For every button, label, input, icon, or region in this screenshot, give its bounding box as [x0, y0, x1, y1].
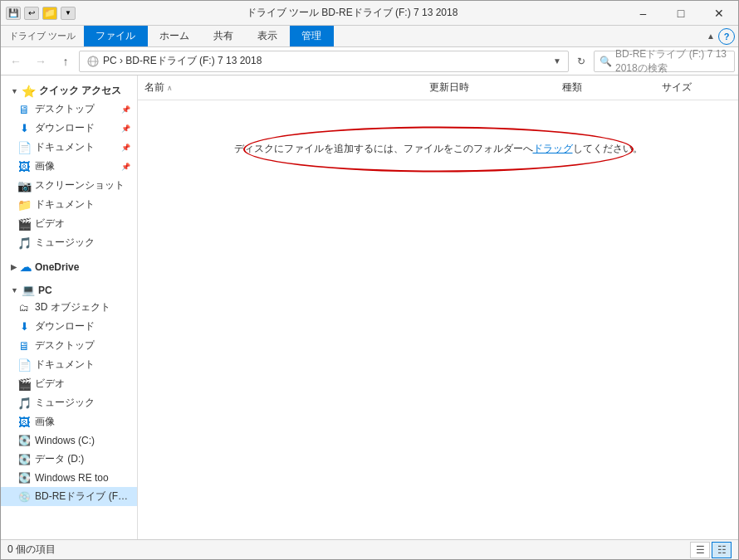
pin-icon-3: 📌 — [121, 144, 130, 152]
sidebar-label-image-pc: 画像 — [35, 415, 55, 429]
sidebar-item-image-pc[interactable]: 🖼 画像 — [1, 412, 137, 431]
download-pc-icon: ⬇ — [17, 320, 31, 334]
drive-re-icon: 💽 — [17, 471, 31, 485]
sidebar-item-desktop-quick[interactable]: 🖥 デスクトップ 📌 — [1, 100, 137, 119]
sidebar-item-bdre[interactable]: 💿 BD-REドライブ (F:… — [1, 487, 137, 506]
sidebar-section-quick-access[interactable]: ▼ ⭐ クイック アクセス — [1, 79, 137, 100]
image-icon: 🖼 — [17, 160, 31, 173]
sidebar-item-music-pc[interactable]: 🎵 ミュージック — [1, 393, 137, 412]
sidebar-item-music-quick[interactable]: 🎵 ミュージック — [1, 233, 137, 252]
sidebar-item-doc-quick[interactable]: 📄 ドキュメント 📌 — [1, 138, 137, 157]
pc-icon: 💻 — [22, 284, 35, 296]
maximize-button[interactable]: □ — [662, 1, 700, 25]
image-pc-icon: 🖼 — [17, 416, 31, 429]
sidebar-item-download-pc[interactable]: ⬇ ダウンロード — [1, 317, 137, 336]
sidebar-label-download-pc: ダウンロード — [35, 319, 95, 334]
video-icon: 🎬 — [17, 217, 31, 231]
sidebar-label-3d: 3D オブジェクト — [35, 300, 110, 314]
close-button[interactable]: ✕ — [700, 1, 738, 25]
col-header-type[interactable]: 種類 — [555, 79, 655, 96]
dropdown-arrow-button[interactable]: ▼ — [61, 7, 76, 20]
quick-access-icon: ⭐ — [22, 85, 36, 98]
desktop-icon: 🖥 — [17, 103, 31, 116]
sidebar-item-windows-re[interactable]: 💽 Windows RE too — [1, 469, 137, 487]
doc-pc-icon: 📄 — [17, 358, 31, 372]
pc-label: PC — [38, 285, 52, 296]
item-count: 0 個の項目 — [7, 543, 56, 557]
sidebar: ▼ ⭐ クイック アクセス 🖥 デスクトップ 📌 ⬇ ダウンロード 📌 📄 ドキ… — [1, 75, 138, 539]
view-toggle: ☰ ☷ — [690, 542, 732, 558]
ribbon-collapse-arrow[interactable]: ▲ — [707, 32, 715, 41]
list-view-button[interactable]: ☰ — [690, 542, 710, 558]
onedrive-label: OneDrive — [35, 261, 79, 273]
sidebar-item-data-d[interactable]: 💽 データ (D:) — [1, 450, 137, 469]
sidebar-label-doc2-quick: ドキュメント — [35, 197, 95, 212]
tab-file[interactable]: ファイル — [84, 26, 148, 46]
sidebar-item-windows-c[interactable]: 💽 Windows (C:) — [1, 431, 137, 450]
expand-arrow-icon: ▼ — [11, 87, 18, 95]
sidebar-label-desktop-pc: デスクトップ — [35, 338, 95, 353]
content-body: ディスクにファイルを追加するには、ファイルをこのフォルダーへドラッグしてください… — [138, 100, 738, 539]
bd-icon: 💿 — [17, 490, 31, 504]
tab-home[interactable]: ホーム — [148, 26, 202, 46]
sidebar-section-pc[interactable]: ▼ 💻 PC — [1, 279, 137, 298]
sidebar-item-doc2-quick[interactable]: 📁 ドキュメント — [1, 195, 137, 214]
sidebar-label-data-d: データ (D:) — [35, 452, 84, 466]
tab-view[interactable]: 表示 — [246, 26, 290, 46]
ribbon-tabs: ドライブ ツール ファイル ホーム 共有 表示 管理 ▲ ? — [1, 26, 738, 47]
refresh-button[interactable]: ↻ — [570, 51, 592, 72]
undo-button[interactable]: ↩ — [24, 7, 39, 20]
onedrive-icon: ☁ — [20, 261, 32, 274]
sidebar-item-image-quick[interactable]: 🖼 画像 📌 — [1, 157, 137, 176]
sidebar-item-doc-pc[interactable]: 📄 ドキュメント — [1, 355, 137, 374]
tab-share[interactable]: 共有 — [202, 26, 246, 46]
disk-message-wrapper: ディスクにファイルを追加するには、ファイルをこのフォルダーへドラッグしてください… — [218, 134, 659, 164]
drag-link: ドラッグ — [533, 143, 573, 154]
address-path[interactable]: PC › BD-REドライブ (F:) 7 13 2018 ▼ — [79, 51, 569, 72]
forward-button[interactable]: → — [29, 51, 52, 72]
up-button[interactable]: ↑ — [54, 51, 77, 72]
sidebar-label-doc-quick: ドキュメント — [35, 140, 95, 154]
sidebar-label-bdre: BD-REドライブ (F:… — [35, 489, 130, 504]
address-dropdown-arrow[interactable]: ▼ — [553, 56, 561, 66]
col-header-date[interactable]: 更新日時 — [423, 79, 555, 96]
address-bar: ← → ↑ PC › BD-REドライブ (F:) 7 13 2018 ▼ ↻ … — [1, 47, 738, 75]
folder-icon-small: 📁 — [42, 7, 57, 20]
music-pc-icon: 🎵 — [17, 397, 31, 410]
quick-access-label: クイック アクセス — [39, 84, 121, 98]
window-controls: ‒ □ ✕ — [624, 1, 738, 25]
status-bar: 0 個の項目 ☰ ☷ — [1, 539, 738, 559]
help-button[interactable]: ? — [718, 28, 735, 45]
search-box[interactable]: 🔍 BD-REドライブ (F:) 7 13 2018の検索 — [594, 51, 735, 72]
address-text: PC › BD-REドライブ (F:) 7 13 2018 — [103, 54, 550, 68]
col-header-name[interactable]: 名前 ∧ — [138, 79, 423, 96]
sidebar-item-download-quick[interactable]: ⬇ ダウンロード 📌 — [1, 119, 137, 138]
sidebar-label-doc-pc: ドキュメント — [35, 358, 95, 372]
sidebar-section-onedrive[interactable]: ▶ ☁ OneDrive — [1, 256, 137, 275]
tab-manage[interactable]: 管理 — [290, 26, 334, 46]
music-icon: 🎵 — [17, 236, 31, 250]
title-bar-center: ドライブ ツール BD-REドライブ (F:) 7 13 2018 — [81, 1, 624, 25]
column-headers: 名前 ∧ 更新日時 種類 サイズ — [138, 75, 738, 100]
back-button[interactable]: ← — [4, 51, 27, 72]
sidebar-label-desktop-quick: デスクトップ — [35, 102, 95, 116]
main-area: ▼ ⭐ クイック アクセス 🖥 デスクトップ 📌 ⬇ ダウンロード 📌 📄 ドキ… — [1, 75, 738, 539]
detail-view-button[interactable]: ☷ — [712, 542, 732, 558]
save-button[interactable]: 💾 — [6, 7, 21, 20]
drive-d-icon: 💽 — [17, 453, 31, 466]
minimize-button[interactable]: ‒ — [624, 1, 662, 25]
sidebar-item-desktop-pc[interactable]: 🖥 デスクトップ — [1, 336, 137, 355]
pin-icon-4: 📌 — [121, 163, 130, 171]
sidebar-label-music-pc: ミュージック — [35, 396, 95, 410]
sidebar-item-video-quick[interactable]: 🎬 ビデオ — [1, 214, 137, 233]
sidebar-item-video-pc[interactable]: 🎬 ビデオ — [1, 374, 137, 393]
sidebar-label-windows-re: Windows RE too — [35, 472, 109, 484]
video-pc-icon: 🎬 — [17, 377, 31, 391]
col-header-size[interactable]: サイズ — [655, 79, 738, 96]
sidebar-label-image-quick: 画像 — [35, 159, 55, 173]
pin-icon-2: 📌 — [121, 124, 130, 133]
sidebar-item-3d[interactable]: 🗂 3D オブジェクト — [1, 298, 137, 317]
sidebar-item-screenshot[interactable]: 📷 スクリーンショット — [1, 176, 137, 195]
desktop-pc-icon: 🖥 — [17, 339, 31, 353]
title-bar: 💾 ↩ 📁 ▼ ドライブ ツール BD-REドライブ (F:) 7 13 201… — [1, 1, 738, 26]
